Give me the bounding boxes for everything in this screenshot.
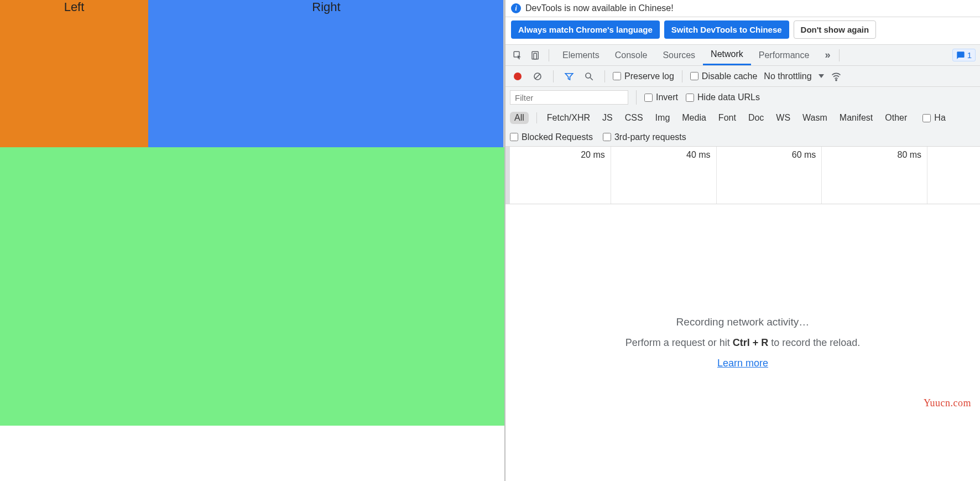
clear-button[interactable]	[530, 69, 545, 84]
throttling-value: No throttling	[764, 71, 811, 81]
has-blocked-cookies-checkbox[interactable]: Ha	[922, 113, 945, 123]
filter-toggle-icon[interactable]	[561, 69, 577, 84]
filter-bar: Invert Hide data URLs	[505, 87, 980, 108]
third-party-checkbox[interactable]: 3rd-party requests	[603, 132, 686, 142]
hide-data-urls-checkbox[interactable]: Hide data URLs	[686, 92, 760, 102]
timeline-tick-label: 60 ms	[792, 150, 816, 160]
left-box-label: Left	[64, 0, 85, 14]
timeline-segment	[927, 147, 980, 204]
timeline-overview[interactable]: 20 ms40 ms60 ms80 ms	[505, 147, 980, 204]
devtools-panel: i DevTools is now available in Chinese! …	[504, 0, 980, 481]
filter-type-all[interactable]: All	[510, 112, 529, 124]
separator	[549, 49, 549, 61]
issues-badge[interactable]: 1	[952, 49, 976, 61]
invert-checkbox[interactable]: Invert	[644, 92, 678, 102]
left-box: Left	[0, 0, 148, 147]
filter-type-fetchxhr[interactable]: Fetch/XHR	[545, 112, 592, 124]
issues-count: 1	[967, 50, 972, 60]
preserve-log-label: Preserve log	[624, 71, 674, 81]
timeline-segment: 40 ms	[611, 147, 717, 204]
filter-input[interactable]	[510, 90, 628, 105]
instruction-post: to record the reload.	[768, 337, 860, 348]
separator	[682, 70, 682, 82]
network-toolbar: Preserve log Disable cache No throttling	[505, 66, 980, 87]
filter-type-css[interactable]: CSS	[623, 112, 645, 124]
blocked-requests-label: Blocked Requests	[522, 132, 593, 142]
preserve-log-checkbox[interactable]: Preserve log	[613, 71, 674, 81]
recording-text: Recording network activity…	[676, 316, 810, 328]
separator	[536, 112, 537, 123]
filter-type-other[interactable]: Other	[883, 112, 909, 124]
svg-point-5	[586, 73, 591, 78]
more-tabs-icon[interactable]: »	[821, 49, 833, 61]
tab-performance[interactable]: Performance	[751, 45, 817, 65]
filter-type-wasm[interactable]: Wasm	[800, 112, 830, 124]
svg-rect-2	[534, 53, 536, 59]
learn-more-link[interactable]: Learn more	[717, 358, 768, 369]
filter-type-manifest[interactable]: Manifest	[837, 112, 875, 124]
viewport-scrollbar[interactable]	[503, 0, 504, 147]
always-match-button[interactable]: Always match Chrome's language	[511, 20, 660, 39]
resource-type-filters: AllFetch/XHRJSCSSImgMediaFontDocWSWasmMa…	[505, 108, 980, 128]
extra-filters: Blocked Requests 3rd-party requests	[505, 128, 980, 147]
filter-type-img[interactable]: Img	[653, 112, 673, 124]
switch-devtools-button[interactable]: Switch DevTools to Chinese	[664, 20, 789, 39]
language-banner: i DevTools is now available in Chinese!	[505, 0, 980, 17]
timeline-tick-label: 40 ms	[686, 150, 711, 160]
separator	[636, 90, 637, 105]
throttling-select[interactable]: No throttling	[762, 71, 814, 81]
timeline-tick-label: 20 ms	[581, 150, 605, 160]
bottom-box	[0, 147, 504, 426]
tab-network[interactable]: Network	[703, 45, 751, 65]
separator	[604, 70, 605, 82]
network-conditions-icon[interactable]	[828, 69, 844, 84]
disable-cache-checkbox[interactable]: Disable cache	[690, 71, 758, 81]
third-party-label: 3rd-party requests	[614, 132, 686, 142]
filter-type-media[interactable]: Media	[680, 112, 708, 124]
separator	[553, 70, 554, 82]
filter-type-js[interactable]: JS	[600, 112, 615, 124]
timeline-segment: 60 ms	[717, 147, 822, 204]
banner-text: DevTools is now available in Chinese!	[525, 3, 674, 13]
timeline-segment: 80 ms	[822, 147, 927, 204]
inspect-element-icon[interactable]	[510, 48, 525, 63]
svg-line-4	[535, 74, 540, 79]
panel-tabs: ElementsConsoleSourcesNetworkPerformance…	[505, 45, 980, 66]
right-box: Right	[148, 0, 504, 147]
timeline-tick-label: 80 ms	[898, 150, 922, 160]
filter-type-doc[interactable]: Doc	[746, 112, 766, 124]
page-viewport: Left Right	[0, 0, 504, 426]
device-toolbar-icon[interactable]	[528, 48, 543, 63]
top-row: Left Right	[0, 0, 504, 147]
shortcut-text: Ctrl + R	[733, 337, 769, 348]
watermark: Yuucn.com	[924, 397, 971, 409]
timeline-segment: 20 ms	[505, 147, 611, 204]
search-icon[interactable]	[581, 69, 597, 84]
issues-icon	[956, 51, 965, 60]
throttling-dropdown-icon[interactable]	[819, 74, 824, 78]
empty-state: Recording network activity… Perform a re…	[505, 204, 980, 481]
svg-line-6	[590, 77, 593, 80]
dont-show-again-button[interactable]: Don't show again	[794, 20, 877, 39]
blocked-requests-checkbox[interactable]: Blocked Requests	[510, 132, 593, 142]
disable-cache-label: Disable cache	[702, 71, 758, 81]
invert-label: Invert	[656, 92, 678, 102]
separator	[839, 49, 840, 61]
filter-type-ws[interactable]: WS	[774, 112, 793, 124]
instruction-pre: Perform a request or hit	[625, 337, 733, 348]
tab-console[interactable]: Console	[607, 45, 655, 65]
record-button[interactable]	[510, 69, 525, 84]
svg-point-7	[836, 79, 837, 80]
instruction-text: Perform a request or hit Ctrl + R to rec…	[625, 337, 861, 349]
info-icon: i	[511, 3, 521, 13]
banner-buttons: Always match Chrome's language Switch De…	[505, 17, 980, 45]
hide-data-urls-label: Hide data URLs	[697, 92, 760, 102]
tab-sources[interactable]: Sources	[655, 45, 703, 65]
tab-elements[interactable]: Elements	[555, 45, 607, 65]
right-box-label: Right	[312, 0, 340, 14]
filter-type-font[interactable]: Font	[716, 112, 738, 124]
